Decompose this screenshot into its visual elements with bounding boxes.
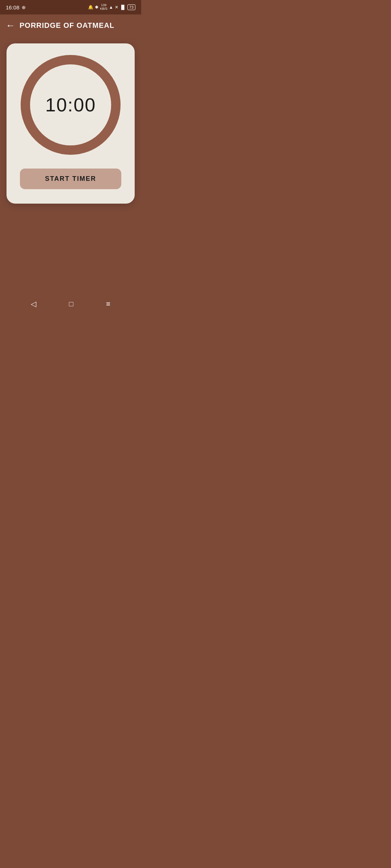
main-content: 10:00 START TIMER <box>0 36 141 211</box>
signal-x-icon: ✕ <box>115 5 118 10</box>
menu-nav-icon[interactable]: ≡ <box>106 300 110 308</box>
battery-icon: 73 <box>127 4 135 10</box>
back-nav-icon[interactable]: ◁ <box>31 299 36 308</box>
bell-icon: 🔔 <box>88 5 93 10</box>
portrait-icon: ⊕ <box>22 5 26 10</box>
bottom-nav: ◁ □ ≡ <box>0 295 141 312</box>
speed-indicator: 139KB/S <box>100 4 108 11</box>
bluetooth-icon: ✱ <box>95 5 98 10</box>
page-title: PORRIDGE OF OATMEAL <box>20 21 114 30</box>
timer-circle: 10:00 <box>20 54 121 156</box>
status-bar-right: 🔔 ✱ 139KB/S ▲ ✕ ▐▌ 73 <box>88 4 135 11</box>
home-nav-icon[interactable]: □ <box>69 300 73 308</box>
back-button[interactable]: ← <box>6 21 15 30</box>
timer-display: 10:00 <box>45 94 96 116</box>
signal-bars-icon: ▐▌ <box>120 5 126 10</box>
start-timer-button[interactable]: START TIMER <box>20 169 121 189</box>
timer-card: 10:00 START TIMER <box>7 43 135 204</box>
status-bar: 16:08 ⊕ 🔔 ✱ 139KB/S ▲ ✕ ▐▌ 73 <box>0 0 141 14</box>
status-bar-left: 16:08 ⊕ <box>6 4 26 10</box>
status-time: 16:08 <box>6 4 20 10</box>
wifi-icon: ▲ <box>109 5 113 10</box>
nav-bar: ← PORRIDGE OF OATMEAL <box>0 14 141 36</box>
